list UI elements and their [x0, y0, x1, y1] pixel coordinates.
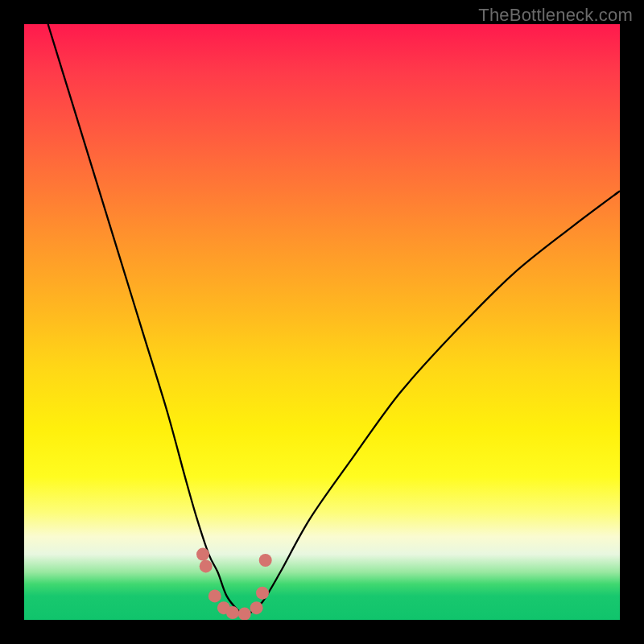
trough-dot	[226, 606, 239, 619]
trough-dot	[208, 589, 221, 602]
trough-dot	[250, 601, 263, 614]
trough-marker-group	[196, 548, 272, 620]
plot-area	[24, 24, 620, 620]
trough-dot	[196, 548, 209, 561]
trough-dot	[259, 554, 272, 567]
trough-dot	[200, 559, 213, 572]
watermark-text: TheBottleneck.com	[478, 5, 633, 26]
trough-dot	[256, 587, 269, 600]
curve-svg	[24, 24, 620, 620]
trough-dot	[238, 608, 251, 620]
bottleneck-curve	[48, 24, 620, 614]
chart-frame: TheBottleneck.com	[0, 0, 644, 644]
